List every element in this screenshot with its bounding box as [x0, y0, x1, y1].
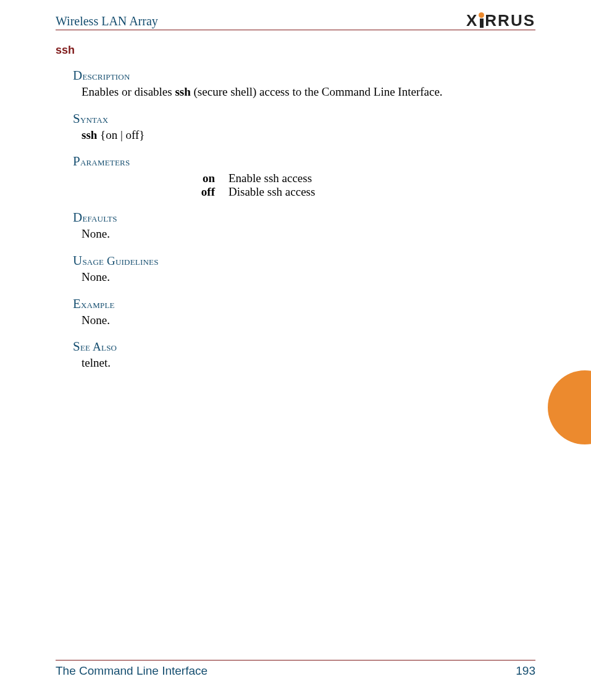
- syntax-heading: Syntax: [73, 111, 535, 127]
- description-post: (secure shell) access to the Command Lin…: [191, 85, 443, 98]
- section-example: Example None.: [56, 296, 535, 328]
- defaults-text: None.: [73, 227, 535, 242]
- footer-section: The Command Line Interface: [56, 664, 207, 678]
- page-header: Wireless LAN Array X RRUS: [56, 12, 535, 30]
- defaults-heading: Defaults: [73, 210, 535, 225]
- usage-text: None.: [73, 270, 535, 285]
- syntax-cmd: ssh: [82, 128, 97, 141]
- description-heading: Description: [73, 68, 535, 83]
- logo-i-icon: [479, 12, 484, 28]
- section-defaults: Defaults None.: [56, 210, 535, 242]
- seealso-text: telnet.: [73, 356, 535, 371]
- section-usage: Usage Guidelines None.: [56, 253, 535, 285]
- example-text: None.: [73, 313, 535, 328]
- param-row: off Disable ssh access: [178, 185, 535, 199]
- section-syntax: Syntax ssh {on | off}: [56, 111, 535, 143]
- logo-text-right: RRUS: [485, 12, 535, 28]
- logo-dot-icon: [479, 12, 484, 18]
- page-footer: The Command Line Interface 193: [56, 660, 535, 678]
- section-seealso: See Also telnet.: [56, 339, 535, 371]
- description-text: Enables or disables ssh (secure shell) a…: [73, 85, 535, 100]
- param-desc: Disable ssh access: [228, 185, 315, 199]
- parameters-heading: Parameters: [73, 154, 535, 169]
- param-desc: Enable ssh access: [228, 172, 312, 185]
- description-pre: Enables or disables: [82, 85, 175, 98]
- brand-logo: X RRUS: [466, 12, 535, 28]
- param-name: off: [178, 185, 228, 199]
- usage-heading: Usage Guidelines: [73, 253, 535, 269]
- seealso-heading: See Also: [73, 339, 535, 354]
- logo-stem-icon: [480, 19, 484, 28]
- section-parameters: Parameters on Enable ssh access off Disa…: [56, 154, 535, 199]
- param-row: on Enable ssh access: [178, 172, 535, 185]
- syntax-args: {on | off}: [97, 128, 145, 141]
- description-bold: ssh: [175, 85, 190, 98]
- param-name: on: [178, 172, 228, 185]
- section-description: Description Enables or disables ssh (sec…: [56, 68, 535, 100]
- logo-text-left: X: [466, 12, 478, 28]
- example-heading: Example: [73, 296, 535, 312]
- command-name: ssh: [56, 44, 535, 57]
- footer-page-number: 193: [516, 664, 535, 678]
- header-title: Wireless LAN Array: [56, 14, 158, 28]
- syntax-text: ssh {on | off}: [73, 128, 535, 143]
